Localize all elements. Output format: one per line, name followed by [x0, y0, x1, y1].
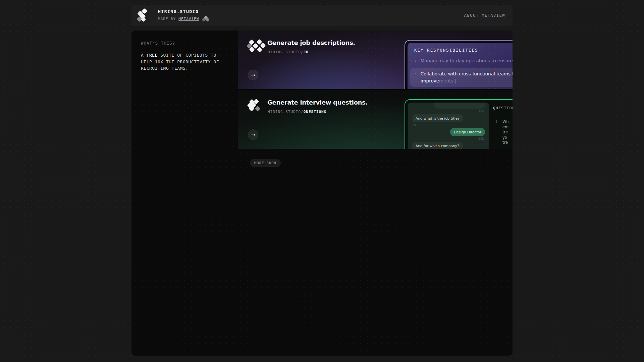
- metaview-logo-icon: [202, 16, 210, 22]
- questions-product-icon: [247, 99, 263, 113]
- question-text-line: em: [502, 125, 509, 130]
- chat-preview: YOU And what is the job title? AI Design…: [408, 103, 489, 149]
- question-text-line: yo: [502, 135, 509, 140]
- question-text-line: Wh: [502, 119, 509, 125]
- jd-bullet-1-text: Manage day-to-day operations to ensure e: [421, 58, 513, 65]
- more-soon-section: MORE SOON: [238, 149, 513, 356]
- jd-bullet-2-lines: Collaborate with cross-functional teams …: [421, 70, 513, 84]
- more-soon-badge: MORE SOON: [250, 159, 281, 167]
- jd-product-icon: [247, 40, 263, 54]
- header-divider: [153, 9, 153, 21]
- typing-cursor: |: [454, 78, 456, 83]
- questions-divider: [493, 114, 513, 114]
- about-metaview-link[interactable]: ABOUT METAVIEW: [464, 13, 505, 18]
- question-item-1: 1 Wh em tre yo tre: [493, 119, 513, 145]
- cards-column: Generate job descriptions. HIRING.STUDIO…: [238, 31, 513, 356]
- questions-slug: QUESTIONS: [304, 110, 327, 114]
- bullet-dot-icon: •: [414, 70, 417, 84]
- questions-list-panel: QUESTIONS 1 Wh em tre yo tre: [493, 103, 513, 149]
- header-brand: HIRING.STUDIO MADE BY METAVIEW: [137, 9, 210, 22]
- question-number: 1: [495, 119, 498, 145]
- questions-arrow-button[interactable]: →: [248, 129, 258, 140]
- questions-slug-prefix: HIRING.STUDIO/: [268, 110, 304, 114]
- typing-text-fading: ments: [439, 78, 453, 83]
- chat-bubble-cutoff: [434, 103, 485, 109]
- sidebar-text-bold: FREE: [147, 53, 158, 58]
- hiring-studio-logo-icon: [137, 9, 148, 22]
- chat-bubble-ai-1: And what is the job title?: [412, 114, 463, 122]
- sidebar-heading: WHAT'S THIS?: [141, 41, 229, 46]
- chat-bubble-ai-2: And for which company?: [412, 142, 463, 149]
- chat-bubble-user: Design Director: [450, 128, 485, 136]
- jd-arrow-button[interactable]: →: [248, 70, 258, 80]
- sidebar: WHAT'S THIS? A FREE SUITE OF COPILOTS TO…: [131, 31, 238, 356]
- bullet-dot-icon: •: [414, 58, 417, 65]
- sidebar-description: A FREE SUITE OF COPILOTS TO HELP 10X THE…: [141, 52, 221, 72]
- jd-bullet-2-line2: improvements|: [421, 77, 513, 84]
- main-container: WHAT'S THIS? A FREE SUITE OF COPILOTS TO…: [131, 31, 513, 356]
- question-text-line: tre: [502, 130, 509, 135]
- chat-sender-you: YOU: [478, 110, 484, 113]
- jd-slug-prefix: HIRING.STUDIO/: [268, 50, 304, 54]
- made-by-line: MADE BY METAVIEW: [158, 16, 210, 22]
- header-bar: HIRING.STUDIO MADE BY METAVIEW ABOUT MET…: [131, 5, 513, 26]
- typing-text-solid: improve: [421, 78, 439, 83]
- metaview-link[interactable]: METAVIEW: [178, 17, 199, 21]
- questions-card-title: Generate interview questions.: [267, 99, 368, 106]
- site-title: HIRING.STUDIO: [158, 9, 210, 14]
- jd-preview-window: KEY RESPONSIBILITIES • Manage day-to-day…: [405, 40, 513, 89]
- card-generate-job-descriptions[interactable]: Generate job descriptions. HIRING.STUDIO…: [238, 31, 513, 89]
- jd-bullet-1: • Manage day-to-day operations to ensure…: [414, 58, 513, 65]
- chat-sender-you-2: YOU: [478, 137, 484, 140]
- questions-card-slug: HIRING.STUDIO/QUESTIONS: [268, 110, 326, 114]
- made-by-prefix: MADE BY: [158, 17, 176, 21]
- jd-card-slug: HIRING.STUDIO/JD: [268, 50, 309, 54]
- jd-bullet-2-line1: Collaborate with cross-functional teams …: [421, 70, 513, 77]
- question-text-line: tre: [502, 140, 509, 145]
- card-generate-interview-questions[interactable]: Generate interview questions. HIRING.STU…: [238, 90, 513, 149]
- jd-card-title: Generate job descriptions.: [267, 39, 355, 46]
- jd-preview-content: KEY RESPONSIBILITIES • Manage day-to-day…: [408, 43, 513, 89]
- question-text: Wh em tre yo tre: [502, 119, 509, 145]
- jd-preview-heading: KEY RESPONSIBILITIES: [414, 48, 513, 53]
- jd-bullet-list: • Manage day-to-day operations to ensure…: [414, 58, 513, 89]
- questions-list-heading: QUESTIONS: [493, 106, 513, 110]
- chat-sender-ai: AI: [413, 123, 417, 127]
- sidebar-text-pre: A: [141, 53, 147, 58]
- questions-preview-window: YOU And what is the job title? AI Design…: [405, 99, 513, 149]
- jd-slug: JD: [304, 50, 309, 54]
- jd-bullet-2-active: • Collaborate with cross-functional team…: [410, 68, 513, 87]
